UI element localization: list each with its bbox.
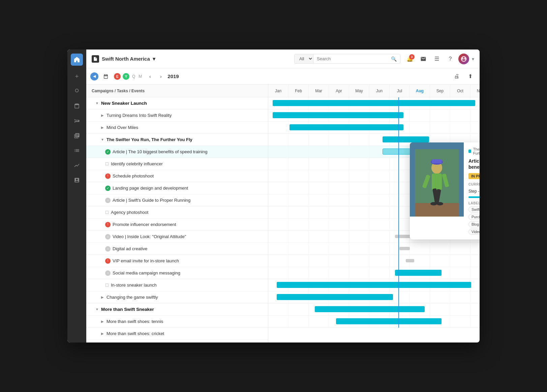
print-button[interactable]: 🖨 bbox=[451, 71, 462, 82]
avatar-e[interactable]: E bbox=[113, 72, 121, 80]
popup-tag-row: The Swifter You Run, The Further You Fly bbox=[468, 147, 480, 155]
search-input[interactable] bbox=[313, 55, 388, 63]
gantt-bar[interactable] bbox=[336, 318, 442, 324]
task-row[interactable]: ▼ The Swifter You Run, The Further You F… bbox=[86, 134, 268, 146]
gantt-bar[interactable] bbox=[277, 282, 471, 288]
status-icon: ! bbox=[105, 173, 111, 179]
avatar-y[interactable]: Y bbox=[122, 72, 130, 80]
workspace-icon bbox=[92, 55, 99, 63]
workspace-selector[interactable]: Swift North America ▾ bbox=[92, 55, 155, 63]
popup-image bbox=[410, 142, 464, 217]
prev-year-button[interactable]: ‹ bbox=[146, 72, 154, 80]
gantt-bar[interactable] bbox=[277, 294, 393, 300]
task-row[interactable]: ! Schedule photoshoot bbox=[86, 170, 268, 182]
gantt-bar[interactable] bbox=[383, 136, 429, 142]
gantt-bar[interactable] bbox=[399, 247, 410, 250]
status-icon: ✓ bbox=[105, 186, 111, 191]
nav-library[interactable] bbox=[70, 129, 84, 142]
expand-icon: ▶ bbox=[100, 331, 105, 336]
status-icon: ○ bbox=[105, 198, 111, 203]
inbox-button[interactable] bbox=[418, 54, 429, 64]
task-label: Video | Inside Look: "Original Attitude" bbox=[113, 234, 186, 239]
task-row[interactable]: ▶ More than swift shoes: cricket bbox=[86, 328, 268, 340]
task-row[interactable]: ▶ More than swift shoes: trail running bbox=[86, 340, 268, 342]
task-row[interactable]: ○ Digital ad creative bbox=[86, 243, 268, 255]
month-jan: Jan bbox=[268, 85, 288, 97]
menu-button[interactable]: ☰ bbox=[431, 54, 442, 64]
year-label: 2019 bbox=[168, 73, 179, 79]
nav-analytics[interactable] bbox=[70, 159, 84, 172]
task-label: The Swifter You Run, The Further You Fly bbox=[107, 137, 192, 142]
runner-image bbox=[410, 142, 464, 217]
nav-add[interactable]: + bbox=[70, 70, 84, 83]
task-label: Article | The 10 biggest benefits of spe… bbox=[113, 149, 207, 154]
main-content: Swift North America ▾ All 🔍 🔔 3 ☰ ? bbox=[86, 50, 480, 342]
gantt-bar[interactable] bbox=[315, 306, 425, 312]
gantt-bar[interactable] bbox=[406, 259, 414, 262]
search-button[interactable]: 🔍 bbox=[388, 55, 400, 63]
labels-row: Swift Launch Marathoners Purchase bbox=[468, 206, 480, 220]
app-logo[interactable] bbox=[71, 54, 83, 66]
task-row[interactable]: ▶ Turning Dreams Into Swift Reality bbox=[86, 109, 268, 122]
gantt-bar[interactable] bbox=[290, 124, 404, 130]
search-type-select[interactable]: All bbox=[295, 54, 313, 63]
nav-list[interactable] bbox=[70, 144, 84, 157]
task-list-panel: Campaigns / Tasks / Events ▼ New Sneaker… bbox=[86, 85, 268, 342]
task-label: New Sneaker Launch bbox=[101, 101, 147, 106]
task-row[interactable]: ▶ Mind Over Miles bbox=[86, 122, 268, 134]
next-year-button[interactable]: › bbox=[157, 72, 165, 80]
nav-reports[interactable] bbox=[70, 173, 84, 187]
task-label: Social media campaign messaging bbox=[113, 270, 180, 275]
gantt-bar[interactable] bbox=[395, 235, 412, 238]
nav-light[interactable] bbox=[70, 85, 84, 98]
collapse-sidebar-button[interactable]: ◀ bbox=[90, 72, 98, 80]
task-row[interactable]: ! Promote influencer endorsement bbox=[86, 219, 268, 231]
task-row[interactable]: ✓ Article | The 10 biggest benefits of s… bbox=[86, 146, 268, 158]
nav-calendar[interactable] bbox=[70, 99, 84, 113]
task-row[interactable]: ☐ Identify celebrity influencer bbox=[86, 158, 268, 170]
gantt-bar[interactable] bbox=[395, 270, 442, 276]
task-label: Landing page design and development bbox=[113, 186, 188, 191]
gantt-row bbox=[268, 303, 480, 316]
nav-announce[interactable] bbox=[70, 114, 84, 128]
notifications-button[interactable]: 🔔 3 bbox=[404, 54, 415, 64]
task-row[interactable]: ○ Video | Inside Look: "Original Attitud… bbox=[86, 231, 268, 243]
avatar-chevron[interactable]: ▾ bbox=[472, 56, 474, 62]
task-row[interactable]: ! VIP email invite for in-store launch bbox=[86, 255, 268, 267]
gantt-bar[interactable] bbox=[273, 100, 476, 106]
view-calendar-button[interactable] bbox=[101, 72, 111, 81]
user-avatar[interactable] bbox=[458, 54, 469, 64]
task-label: Agency photoshoot bbox=[111, 210, 148, 215]
label-chip[interactable]: Purchase bbox=[468, 214, 480, 220]
gantt-row bbox=[268, 255, 480, 267]
task-row[interactable]: ○ Article | Swift's Guide to Proper Runn… bbox=[86, 194, 268, 206]
help-button[interactable]: ? bbox=[445, 54, 456, 64]
label-chip[interactable]: Video bbox=[468, 229, 480, 235]
gantt-row bbox=[268, 97, 480, 109]
task-row[interactable]: ✓ Landing page design and development bbox=[86, 182, 268, 194]
task-row[interactable]: ☐ In-store sneaker launch bbox=[86, 279, 268, 291]
month-sep: Sep bbox=[430, 85, 450, 97]
task-row[interactable]: ▼ More than Swift Sneaker bbox=[86, 303, 268, 316]
svg-rect-9 bbox=[432, 159, 442, 163]
label-chip[interactable]: Swift Launch bbox=[468, 206, 480, 213]
avatar-m: M bbox=[137, 74, 143, 79]
task-row[interactable]: ☐ Agency photoshoot bbox=[86, 206, 268, 219]
labels-row-2: Blog Print Email Video Article +7 bbox=[468, 221, 480, 235]
task-row[interactable]: ▼ New Sneaker Launch bbox=[86, 97, 268, 109]
gantt-row bbox=[268, 316, 480, 328]
export-button[interactable]: ⬆ bbox=[465, 71, 476, 82]
label-chip[interactable]: Blog bbox=[468, 221, 480, 227]
task-row[interactable]: ▶ Changing the game swiftly bbox=[86, 291, 268, 303]
avatar-group: E Y Q M bbox=[113, 72, 143, 80]
month-aug: Aug bbox=[410, 85, 430, 97]
task-row[interactable]: ▶ More than swift shoes: tennis bbox=[86, 316, 268, 328]
status-icon: ☐ bbox=[105, 210, 109, 215]
status-icon: ! bbox=[105, 258, 111, 264]
svg-rect-1 bbox=[415, 203, 459, 217]
gantt-panel[interactable]: Jan Feb Mar Apr May Jun Jul Aug Sep Oct … bbox=[268, 85, 480, 342]
gantt-bar[interactable] bbox=[273, 112, 404, 118]
gantt-header: Jan Feb Mar Apr May Jun Jul Aug Sep Oct … bbox=[268, 85, 480, 97]
topbar: Swift North America ▾ All 🔍 🔔 3 ☰ ? bbox=[86, 50, 480, 68]
task-row[interactable]: ○ Social media campaign messaging bbox=[86, 267, 268, 279]
